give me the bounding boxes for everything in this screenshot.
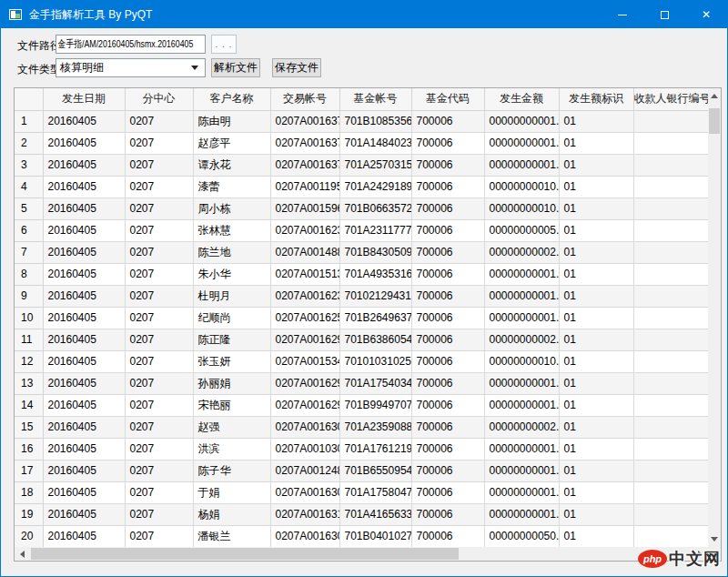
table-cell[interactable]	[633, 416, 708, 438]
table-corner-cell[interactable]	[15, 88, 43, 110]
table-cell[interactable]: 20160405	[43, 394, 125, 416]
table-cell[interactable]: 00000000002...	[484, 241, 559, 263]
table-cell[interactable]: 赵彦平	[193, 132, 270, 154]
table-cell[interactable]: 0207	[125, 481, 193, 503]
table-cell[interactable]: 0207A00119580	[270, 176, 339, 197]
table-cell[interactable]: 701B26496372	[339, 307, 411, 329]
column-header-0[interactable]: 发生日期	[43, 88, 125, 110]
table-cell[interactable]: 700006	[411, 263, 484, 285]
table-cell[interactable]: 00000000002...	[484, 329, 559, 350]
table-cell[interactable]: 01	[559, 394, 633, 416]
table-cell[interactable]: 陈正隆	[193, 329, 270, 350]
table-cell[interactable]: 20160405	[43, 197, 125, 219]
table-cell[interactable]: 700006	[411, 176, 484, 197]
table-cell[interactable]: 0207	[125, 197, 193, 219]
table-cell[interactable]	[633, 176, 708, 197]
row-number[interactable]: 5	[15, 197, 43, 219]
file-type-combobox[interactable]: 核算明细	[56, 58, 206, 77]
table-cell[interactable]: 01	[559, 241, 633, 263]
table-cell[interactable]: 701B63860548	[339, 329, 411, 350]
table-cell[interactable]: 0207	[125, 438, 193, 460]
row-number[interactable]: 9	[15, 285, 43, 307]
table-cell[interactable]: 700006	[411, 285, 484, 307]
table-cell[interactable]	[633, 241, 708, 263]
table-cell[interactable]: 20160405	[43, 307, 125, 329]
table-cell[interactable]: 20160405	[43, 438, 125, 460]
table-cell[interactable]: 张林慧	[193, 219, 270, 241]
table-cell[interactable]	[633, 481, 708, 503]
table-cell[interactable]: 701A17612192	[339, 438, 411, 460]
scroll-right-button[interactable]	[693, 547, 708, 561]
column-header-8[interactable]: 收款人银行编号	[633, 88, 708, 110]
row-number[interactable]: 11	[15, 329, 43, 350]
table-cell[interactable]: 0207A00163780	[270, 132, 339, 154]
row-number[interactable]: 18	[15, 481, 43, 503]
table-cell[interactable]	[633, 132, 708, 154]
row-number[interactable]: 7	[15, 241, 43, 263]
table-cell[interactable]: 0207A00103055	[270, 438, 339, 460]
table-cell[interactable]: 701A14840237	[339, 132, 411, 154]
table-cell[interactable]: 周小栋	[193, 197, 270, 219]
table-cell[interactable]: 0207	[125, 329, 193, 350]
table-cell[interactable]	[633, 525, 708, 547]
scroll-left-button[interactable]	[15, 547, 30, 561]
table-cell[interactable]: 01	[559, 307, 633, 329]
table-cell[interactable]: 20160405	[43, 460, 125, 481]
table-cell[interactable]: 20160405	[43, 110, 125, 132]
table-cell[interactable]: 0207A00162536	[270, 307, 339, 329]
column-header-2[interactable]: 客户名称	[193, 88, 270, 110]
table-cell[interactable]: 00000000005...	[484, 219, 559, 241]
table-cell[interactable]: 01	[559, 525, 633, 547]
table-cell[interactable]: 700006	[411, 307, 484, 329]
table-cell[interactable]	[633, 154, 708, 176]
table-cell[interactable]: 0207A00163092	[270, 481, 339, 503]
table-cell[interactable]: 700006	[411, 329, 484, 350]
table-cell[interactable]: 20160405	[43, 263, 125, 285]
table-cell[interactable]	[633, 350, 708, 372]
table-cell[interactable]: 于娟	[193, 481, 270, 503]
table-cell[interactable]: 00000000001...	[484, 460, 559, 481]
table-cell[interactable]: 00000000001...	[484, 132, 559, 154]
table-cell[interactable]: 01	[559, 219, 633, 241]
table-cell[interactable]: 00000000001...	[484, 481, 559, 503]
table-cell[interactable]: 701021294310	[339, 285, 411, 307]
table-cell[interactable]	[633, 285, 708, 307]
row-number[interactable]: 3	[15, 154, 43, 176]
table-cell[interactable]: 漆蕾	[193, 176, 270, 197]
table-cell[interactable]: 701B84305095	[339, 241, 411, 263]
row-number[interactable]: 20	[15, 525, 43, 547]
table-cell[interactable]: 700006	[411, 372, 484, 394]
table-cell[interactable]: 01	[559, 372, 633, 394]
table-cell[interactable]: 701010310250	[339, 350, 411, 372]
table-cell[interactable]: 0207	[125, 219, 193, 241]
table-cell[interactable]: 0207A00162909	[270, 372, 339, 394]
table-cell[interactable]: 701A49353166	[339, 263, 411, 285]
title-bar[interactable]: 金手指解析工具 By PyQT ✕	[1, 1, 727, 28]
table-cell[interactable]: 0207	[125, 372, 193, 394]
table-cell[interactable]: 701A24291890	[339, 176, 411, 197]
table-cell[interactable]: 0207	[125, 241, 193, 263]
close-button[interactable]: ✕	[685, 1, 727, 28]
table-cell[interactable]: 700006	[411, 438, 484, 460]
table-cell[interactable]	[633, 394, 708, 416]
table-cell[interactable]: 20160405	[43, 154, 125, 176]
table-cell[interactable]: 700006	[411, 197, 484, 219]
table-cell[interactable]: 00000000001...	[484, 110, 559, 132]
table-cell[interactable]: 0207	[125, 350, 193, 372]
table-cell[interactable]: 701A23590880	[339, 416, 411, 438]
table-cell[interactable]: 20160405	[43, 176, 125, 197]
table-cell[interactable]: 20160405	[43, 350, 125, 372]
table-cell[interactable]: 700006	[411, 525, 484, 547]
table-cell[interactable]: 0207A00163109	[270, 503, 339, 525]
table-cell[interactable]: 701A17580477	[339, 481, 411, 503]
row-number[interactable]: 14	[15, 394, 43, 416]
table-cell[interactable]: 700006	[411, 394, 484, 416]
table-cell[interactable]	[633, 307, 708, 329]
table-cell[interactable]: 0207	[125, 525, 193, 547]
table-cell[interactable]: 0207	[125, 394, 193, 416]
table-cell[interactable]: 01	[559, 285, 633, 307]
table-cell[interactable]	[633, 460, 708, 481]
table-cell[interactable]: 01	[559, 110, 633, 132]
table-cell[interactable]: 0207	[125, 154, 193, 176]
table-cell[interactable]: 701A41656333	[339, 503, 411, 525]
